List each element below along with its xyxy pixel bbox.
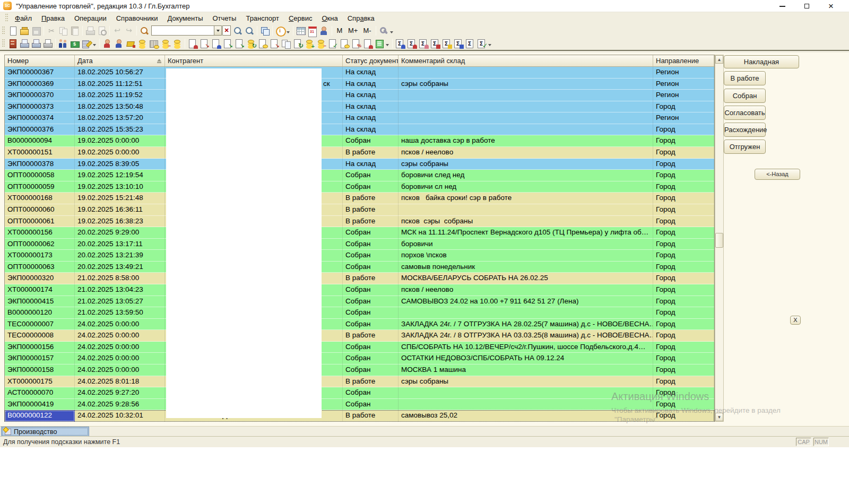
menu-transport[interactable]: Транспорт: [241, 13, 284, 23]
cell-date[interactable]: 20.02.2025 13:21:39: [75, 250, 165, 262]
cell-direction[interactable]: Город: [653, 193, 714, 204]
cell-direction[interactable]: Город: [653, 204, 714, 216]
archive-icon[interactable]: [7, 38, 18, 49]
cart-icon[interactable]: [125, 38, 136, 49]
customer-red-icon[interactable]: [102, 38, 112, 49]
cell-number[interactable]: ХТ000000174: [5, 284, 75, 296]
toolbar1-drag-handle[interactable]: [2, 27, 5, 35]
print-icon[interactable]: [85, 25, 96, 36]
undo-icon[interactable]: [112, 25, 123, 36]
cell-number[interactable]: ЭКП00000320: [5, 273, 75, 284]
cell-date[interactable]: 24.02.2025 9:28:56: [75, 399, 165, 411]
table-row[interactable]: ХТ00000016819.02.2025 15:21:48В работепс…: [5, 193, 714, 204]
cell-status[interactable]: В работе: [343, 147, 398, 159]
save-icon[interactable]: [31, 25, 41, 36]
cell-comment[interactable]: самовыв понедельник: [398, 262, 653, 273]
cell-status[interactable]: В работе: [343, 273, 398, 284]
table-row[interactable]: В000000012021.02.2025 13:59:50СобранГоро…: [5, 307, 714, 319]
cell-direction[interactable]: Город: [653, 364, 714, 376]
cell-direction[interactable]: Город: [653, 353, 714, 364]
cell-direction[interactable]: Регион: [653, 112, 714, 124]
cell-date[interactable]: 24.02.2025 0:00:00: [75, 330, 165, 342]
cell-direction[interactable]: Город: [653, 147, 714, 159]
table-row[interactable]: ЭКП0000037018.02.2025 11:19:52На складРе…: [5, 90, 714, 101]
cell-comment[interactable]: [398, 399, 653, 411]
column-header-direction[interactable]: Направление: [653, 55, 714, 66]
cell-date[interactable]: 20.02.2025 9:29:00: [75, 227, 165, 239]
totals-doc-yellow-icon[interactable]: [441, 38, 452, 49]
totals-doc-blue-icon[interactable]: [453, 38, 464, 49]
coins-stack-icon[interactable]: [137, 38, 148, 49]
search-clear-button[interactable]: ✕: [222, 25, 231, 36]
cell-direction[interactable]: Город: [653, 284, 714, 296]
cell-comment[interactable]: сэры собраны: [398, 159, 653, 170]
cell-direction[interactable]: Город: [653, 342, 714, 353]
cash-register-icon[interactable]: [70, 38, 80, 49]
cell-number[interactable]: ЭКП00000158: [5, 364, 75, 376]
menu-help[interactable]: Справка: [343, 13, 379, 23]
cell-date[interactable]: 20.02.2025 13:49:21: [75, 262, 165, 273]
totals-list-icon[interactable]: [465, 38, 475, 49]
cell-date[interactable]: 21.02.2025 13:05:27: [75, 296, 165, 308]
cell-number[interactable]: ЭКП00000369: [5, 79, 75, 90]
cell-status[interactable]: Собран: [343, 181, 398, 193]
cell-number[interactable]: В0000000122: [5, 410, 75, 422]
doc-percent-icon[interactable]: [351, 38, 361, 49]
cell-direction[interactable]: Город: [653, 330, 714, 342]
cell-number[interactable]: АСТ00000070: [5, 387, 75, 399]
cell-direction[interactable]: Город: [653, 376, 714, 388]
table-row[interactable]: ХТ00000015620.02.2025 9:29:00СобранМСК н…: [5, 227, 714, 239]
cell-direction[interactable]: Город: [653, 410, 714, 422]
menu-drag-handle[interactable]: [5, 14, 8, 22]
cell-status[interactable]: Собран: [343, 227, 398, 239]
cell-number[interactable]: ОПТ00000061: [5, 216, 75, 228]
coins-refresh-icon[interactable]: [246, 38, 256, 49]
table-row[interactable]: ХТ00000017320.02.2025 13:21:39Собранпорх…: [5, 250, 714, 262]
column-header-status[interactable]: Статус документа: [343, 55, 398, 66]
cell-date[interactable]: 21.02.2025 13:59:50: [75, 307, 165, 319]
cell-direction[interactable]: Город: [653, 181, 714, 193]
print-queue-icon[interactable]: [42, 38, 53, 49]
cell-number[interactable]: ЭКП00000415: [5, 296, 75, 308]
doc-arrow-red-icon[interactable]: [199, 38, 210, 49]
totals-person-red-icon[interactable]: [406, 38, 417, 49]
cell-status[interactable]: Собран: [343, 262, 398, 273]
cell-date[interactable]: 24.02.2025 8:01:18: [75, 376, 165, 388]
cell-status[interactable]: Собран: [343, 239, 398, 250]
cell-comment[interactable]: боровичи: [398, 239, 653, 250]
cell-comment[interactable]: [398, 67, 653, 79]
dropdown-arrow-icon[interactable]: [386, 44, 389, 46]
totals-check-icon[interactable]: [477, 38, 487, 49]
doc-coins-list-icon[interactable]: [339, 38, 350, 49]
bank-building-icon[interactable]: [149, 38, 159, 49]
coins-minus-icon[interactable]: [160, 38, 171, 49]
table-row[interactable]: ОПТ0000006320.02.2025 13:49:21Собрансамо…: [5, 262, 714, 273]
table-row[interactable]: ОПТ0000005819.02.2025 12:19:54Собранборо…: [5, 170, 714, 181]
cell-status[interactable]: В работе: [343, 376, 398, 388]
totals-person-blue-icon[interactable]: [395, 38, 405, 49]
cell-number[interactable]: ЭКП00000419: [5, 399, 75, 411]
invoice-button[interactable]: Накладная: [724, 55, 799, 68]
cell-direction[interactable]: Город: [653, 101, 714, 113]
column-header-number[interactable]: Номер: [5, 55, 75, 66]
cell-comment[interactable]: сэры собраны: [398, 79, 653, 90]
cell-date[interactable]: 24.02.2025 10:32:01: [75, 410, 165, 422]
cell-status[interactable]: Собран: [343, 170, 398, 181]
cell-date[interactable]: 19.02.2025 16:38:23: [75, 216, 165, 228]
table-row[interactable]: ЭКП0000015724.02.2025 0:00:00СобранОСТАТ…: [5, 353, 714, 364]
cell-number[interactable]: ОПТ00000060: [5, 204, 75, 216]
cell-comment[interactable]: псков / неелово: [398, 147, 653, 159]
cell-status[interactable]: Собран: [343, 364, 398, 376]
cell-direction[interactable]: Город: [653, 250, 714, 262]
info-icon[interactable]: [275, 25, 285, 36]
cell-comment[interactable]: МОСКВА 1 машина: [398, 364, 653, 376]
cell-date[interactable]: 18.02.2025 15:35:23: [75, 124, 165, 136]
doc-arrow-green-icon[interactable]: [222, 38, 233, 49]
cell-status[interactable]: Собран: [343, 135, 398, 147]
cell-number[interactable]: ХТ000000175: [5, 376, 75, 388]
cell-direction[interactable]: Регион: [653, 90, 714, 101]
dropdown-arrow-icon[interactable]: [488, 44, 491, 46]
cell-comment[interactable]: ЗАКЛАДКА 24г. / 7 ОТГРУЗКА НА 28.02.25(7…: [398, 319, 653, 331]
cell-comment[interactable]: сэры собраны: [398, 376, 653, 388]
doc-arrow-green2-icon[interactable]: [234, 38, 245, 49]
